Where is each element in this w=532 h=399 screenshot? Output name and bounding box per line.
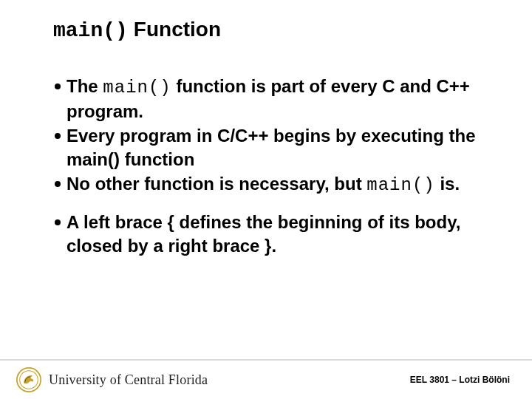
bullet-3: No other function is necessary, but main… (55, 172, 491, 197)
bullet-dot-icon (55, 133, 61, 139)
bullet-dot-icon (55, 219, 61, 225)
title-text: Function (134, 18, 221, 41)
ucf-pegasus-logo-icon (16, 367, 41, 392)
bullet-dot-icon (55, 83, 61, 89)
bullet-group-2: A left brace { defines the beginning of … (55, 211, 491, 259)
bullet-1-code: main() (103, 78, 171, 98)
university-name: University of Central Florida (49, 373, 208, 386)
title-code: main() (53, 19, 128, 42)
bullet-3-post: is. (435, 174, 460, 194)
bullet-3-pre: No other function is necessary, but (66, 174, 366, 194)
bullet-4-text: A left brace { defines the beginning of … (66, 211, 491, 259)
bullet-group-1: The main() function is part of every C a… (55, 75, 491, 197)
bullet-1-text: The main() function is part of every C a… (66, 75, 491, 124)
course-footer: EEL 3801 – Lotzi Bölöni (410, 375, 510, 385)
bullet-2: Every program in C/C++ begins by executi… (55, 124, 491, 172)
slide-footer: University of Central Florida EEL 3801 –… (0, 359, 532, 399)
slide-content: The main() function is part of every C a… (53, 75, 491, 259)
bullet-1-pre: The (66, 76, 103, 96)
slide: main() Function The main() function is p… (0, 0, 532, 399)
university-name-block: University of Central Florida (49, 373, 208, 386)
bullet-dot-icon (55, 181, 61, 187)
bullet-4: A left brace { defines the beginning of … (55, 211, 491, 259)
bullet-1: The main() function is part of every C a… (55, 75, 491, 124)
bullet-2-text: Every program in C/C++ begins by executi… (66, 124, 491, 172)
slide-title: main() Function (53, 18, 491, 42)
university-brand: University of Central Florida (16, 367, 208, 392)
bullet-3-code: main() (366, 175, 434, 195)
bullet-3-text: No other function is necessary, but main… (66, 172, 491, 197)
